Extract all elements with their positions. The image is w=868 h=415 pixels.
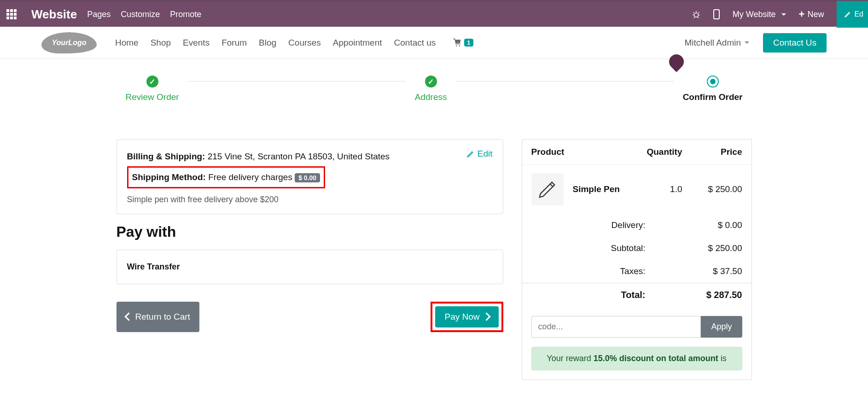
- current-step-icon: [707, 76, 719, 88]
- nav-blog[interactable]: Blog: [259, 38, 276, 48]
- apps-icon[interactable]: [6, 9, 18, 19]
- plus-icon: [799, 8, 805, 20]
- check-icon: ✓: [425, 76, 437, 88]
- user-dropdown[interactable]: Mitchell Admin: [685, 38, 750, 48]
- topmenu-customize[interactable]: Customize: [121, 10, 160, 19]
- promo-code-input[interactable]: [531, 316, 701, 338]
- nav-appointment[interactable]: Appointment: [333, 38, 382, 48]
- step-review[interactable]: ✓ Review Order: [117, 76, 188, 102]
- nav-events[interactable]: Events: [183, 38, 210, 48]
- chevron-down-icon: [745, 41, 749, 44]
- mywebsite-label: My Website: [733, 10, 776, 19]
- nav-home[interactable]: Home: [115, 38, 139, 48]
- user-name: Mitchell Admin: [685, 38, 741, 48]
- shipping-price-badge: $ 0.00: [295, 173, 320, 182]
- chevron-right-icon: [484, 312, 489, 322]
- check-icon: ✓: [146, 76, 158, 88]
- edit-icon: [466, 150, 475, 158]
- cart-icon: [452, 38, 462, 47]
- mywebsite-dropdown[interactable]: My Website: [733, 10, 786, 19]
- billing-label: Billing & Shipping:: [127, 152, 205, 161]
- new-label: New: [807, 10, 824, 19]
- shipping-method-value: Free delivery charges: [208, 172, 292, 182]
- col-quantity: Quantity: [627, 147, 682, 157]
- col-product: Product: [531, 147, 627, 157]
- payment-method-card[interactable]: Wire Transfer: [117, 250, 503, 284]
- theme-drop-icon[interactable]: [669, 54, 684, 69]
- product-image: [531, 173, 564, 205]
- nav-courses[interactable]: Courses: [288, 38, 321, 48]
- subtotal-value: $ 250.00: [687, 243, 742, 253]
- shipping-method-highlight: Shipping Method: Free delivery charges $…: [127, 166, 326, 188]
- cart-count-badge: 1: [464, 39, 473, 47]
- site-navbar: YourLogo Home Shop Events Forum Blog Cou…: [0, 27, 868, 59]
- col-price: Price: [682, 147, 742, 157]
- checkout-steps: ✓ Review Order ✓ Address Confirm Order: [117, 76, 752, 102]
- total-label: Total:: [577, 290, 646, 300]
- pay-with-title: Pay with: [117, 223, 503, 240]
- subtotal-label: Subtotal:: [577, 243, 646, 253]
- edit-label: Ed: [854, 10, 863, 18]
- payment-method-name: Wire Transfer: [127, 262, 180, 271]
- shipping-card: Billing & Shipping: 215 Vine St, Scranto…: [117, 139, 503, 214]
- pay-now-button[interactable]: Pay Now: [435, 306, 498, 327]
- step-address[interactable]: ✓ Address: [406, 76, 456, 102]
- product-name: Simple Pen: [573, 184, 636, 194]
- summary-item-row: Simple Pen 1.0 $ 250.00: [522, 165, 751, 214]
- svg-point-0: [694, 13, 698, 17]
- paynow-highlight: Pay Now: [431, 302, 503, 332]
- promo-row: Apply: [522, 307, 751, 347]
- shipping-method-label: Shipping Method:: [132, 172, 206, 182]
- app-brand[interactable]: Website: [31, 7, 77, 22]
- mobile-icon[interactable]: [713, 9, 720, 19]
- bug-icon[interactable]: [692, 10, 700, 18]
- edit-address-link[interactable]: Edit: [466, 149, 493, 159]
- topmenu-promote[interactable]: Promote: [170, 10, 201, 19]
- nav-shop[interactable]: Shop: [151, 38, 171, 48]
- chevron-left-icon: [126, 312, 132, 322]
- product-qty: 1.0: [636, 184, 682, 194]
- return-to-cart-button[interactable]: Return to Cart: [117, 302, 199, 332]
- new-button[interactable]: New: [799, 8, 824, 20]
- shipping-note: Simple pen with free delivery above $200: [127, 195, 493, 205]
- delivery-label: Delivery:: [577, 220, 646, 230]
- reward-banner: Your reward 15.0% discount on total amou…: [531, 347, 742, 370]
- taxes-value: $ 37.50: [687, 266, 742, 276]
- pencil-icon: [537, 179, 558, 200]
- admin-topbar: Website Pages Customize Promote My Websi…: [0, 0, 868, 27]
- taxes-label: Taxes:: [577, 266, 646, 276]
- nav-forum[interactable]: Forum: [221, 38, 247, 48]
- topmenu-pages[interactable]: Pages: [87, 10, 111, 19]
- step-confirm: Confirm Order: [674, 76, 752, 102]
- product-price: $ 250.00: [682, 184, 742, 194]
- apply-promo-button[interactable]: Apply: [701, 316, 742, 338]
- pencil-icon: [844, 11, 851, 18]
- billing-value: 215 Vine St, Scranton PA 18503, United S…: [208, 152, 390, 161]
- contact-us-button[interactable]: Contact Us: [763, 33, 827, 53]
- svg-point-1: [456, 45, 457, 47]
- order-summary: Product Quantity Price Simple Pen 1.0 $ …: [522, 139, 752, 380]
- nav-contact[interactable]: Contact us: [394, 38, 436, 48]
- svg-point-2: [459, 45, 460, 47]
- main-nav: Home Shop Events Forum Blog Courses Appo…: [115, 38, 436, 48]
- cart-link[interactable]: 1: [452, 38, 473, 47]
- site-logo[interactable]: YourLogo: [41, 32, 97, 53]
- edit-button[interactable]: Ed: [837, 1, 868, 28]
- total-value: $ 287.50: [687, 290, 742, 300]
- chevron-down-icon: [781, 13, 786, 16]
- delivery-value: $ 0.00: [687, 220, 742, 230]
